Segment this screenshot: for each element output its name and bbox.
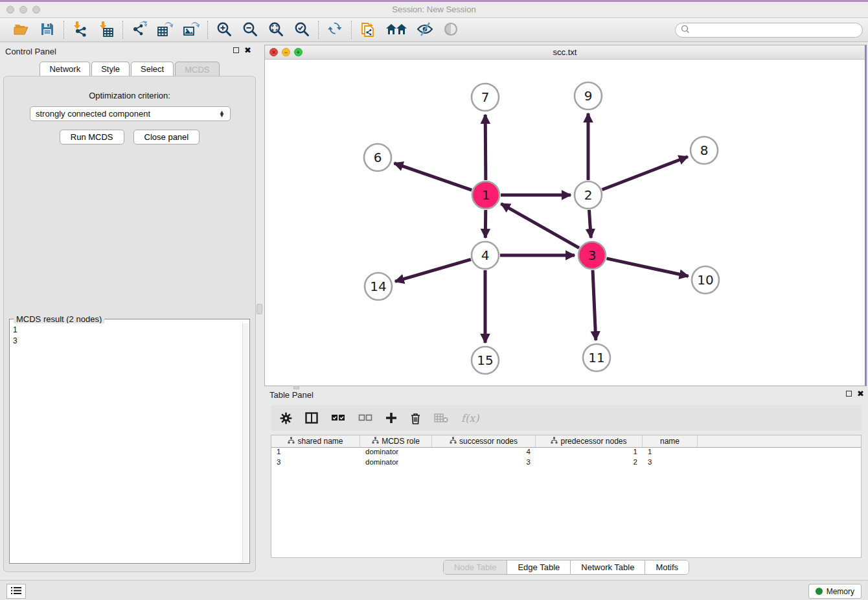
- session-title: Session: New Session: [0, 5, 868, 14]
- export-image-button[interactable]: [183, 21, 200, 38]
- node-8[interactable]: 8: [691, 137, 718, 164]
- cell-shared-name[interactable]: 1: [271, 448, 360, 458]
- zoom-selected-icon: [294, 21, 310, 39]
- cell-successor-nodes[interactable]: 3: [432, 458, 536, 468]
- delete-table-icon[interactable]: [434, 410, 448, 426]
- node-15[interactable]: 15: [472, 347, 499, 374]
- criterion-select[interactable]: strongly connected component ▲▼: [30, 106, 231, 121]
- column-hierarchy-icon: [450, 437, 457, 446]
- node-2[interactable]: 2: [575, 181, 602, 209]
- svg-text:4: 4: [481, 248, 490, 263]
- node-10[interactable]: 10: [692, 266, 719, 294]
- column-hierarchy-icon: [372, 437, 379, 446]
- close-panel-icon[interactable]: ✖: [244, 47, 251, 53]
- cell-name[interactable]: 3: [643, 458, 698, 468]
- close-panel-button[interactable]: Close panel: [133, 130, 200, 144]
- import-table-button[interactable]: [98, 21, 115, 38]
- add-column-icon[interactable]: [385, 410, 397, 426]
- mcds-scrollbar[interactable]: [242, 323, 249, 562]
- zoom-selected-button[interactable]: [293, 21, 310, 38]
- eye-disabled-button[interactable]: [442, 21, 459, 38]
- column-header-predecessor-nodes[interactable]: predecessor nodes: [536, 435, 643, 447]
- table-row[interactable]: 3dominator323: [271, 458, 861, 468]
- edge-2-3[interactable]: [589, 210, 591, 238]
- float-panel-icon[interactable]: [233, 47, 239, 53]
- clone-network-button[interactable]: [360, 21, 376, 38]
- save-session-button[interactable]: [39, 21, 56, 38]
- search-field[interactable]: [675, 23, 863, 38]
- run-mcds-button[interactable]: Run MCDS: [60, 130, 124, 144]
- zoom-fit-button[interactable]: [268, 21, 284, 38]
- zoom-in-button[interactable]: [216, 21, 233, 38]
- close-table-panel-icon[interactable]: ✖: [857, 391, 864, 397]
- cell-MCDS-role[interactable]: dominator: [360, 458, 432, 468]
- column-header-MCDS-role[interactable]: MCDS role: [360, 435, 432, 447]
- import-network-button[interactable]: [72, 21, 89, 38]
- cell-shared-name[interactable]: 3: [271, 458, 360, 468]
- cell-predecessor-nodes[interactable]: 1: [536, 448, 643, 458]
- node-4[interactable]: 4: [472, 242, 499, 269]
- svg-text:11: 11: [588, 350, 604, 365]
- edge-3-11[interactable]: [593, 270, 596, 340]
- gear-icon[interactable]: [280, 410, 292, 426]
- node-9[interactable]: 9: [575, 82, 602, 110]
- network-canvas[interactable]: 7968124314101511: [265, 60, 865, 386]
- node-6[interactable]: 6: [364, 144, 391, 171]
- export-table-button[interactable]: [157, 21, 174, 38]
- cell-successor-nodes[interactable]: 4: [432, 448, 536, 458]
- column-header-name[interactable]: name: [643, 435, 698, 447]
- home-networks-button[interactable]: [385, 21, 407, 38]
- zoom-out-button[interactable]: [242, 21, 258, 38]
- task-history-button[interactable]: [6, 584, 26, 599]
- refresh-layout-button[interactable]: [326, 21, 343, 38]
- panel-splitter-handle[interactable]: [257, 304, 262, 314]
- svg-text:6: 6: [374, 150, 382, 165]
- edge-2-8[interactable]: [602, 157, 687, 190]
- function-builder-icon[interactable]: f(x): [461, 412, 479, 424]
- svg-text:2: 2: [584, 187, 593, 203]
- svg-text:7: 7: [481, 89, 490, 105]
- node-14[interactable]: 14: [365, 273, 392, 300]
- node-table[interactable]: shared nameMCDS rolesuccessor nodesprede…: [271, 435, 862, 558]
- network-titlebar[interactable]: ✕ − + scc.txt: [265, 45, 865, 60]
- columns-icon[interactable]: [305, 410, 318, 426]
- export-network-button[interactable]: [131, 21, 148, 38]
- tab-motifs[interactable]: Motifs: [645, 560, 689, 574]
- table-row[interactable]: 1dominator411: [271, 448, 861, 458]
- edge-3-1[interactable]: [501, 203, 579, 248]
- deselect-all-icon[interactable]: [358, 410, 372, 426]
- open-file-button[interactable]: [13, 21, 30, 38]
- network-graph[interactable]: 7968124314101511: [265, 60, 865, 386]
- mcds-result-list[interactable]: 13: [10, 323, 242, 562]
- tab-node-table[interactable]: Node Table: [444, 560, 508, 574]
- node-3[interactable]: 3: [578, 242, 606, 269]
- node-11[interactable]: 11: [583, 344, 610, 371]
- optimization-criterion-label: Optimization criterion:: [4, 91, 255, 100]
- cell-MCDS-role[interactable]: dominator: [360, 448, 432, 458]
- tab-edge-table[interactable]: Edge Table: [507, 560, 571, 574]
- export-network-icon: [131, 21, 148, 40]
- tab-network-table[interactable]: Network Table: [571, 560, 645, 574]
- node-7[interactable]: 7: [472, 84, 499, 111]
- edge-1-6[interactable]: [394, 163, 472, 190]
- column-header-shared-name[interactable]: shared name: [271, 435, 360, 447]
- cell-name[interactable]: 1: [643, 448, 698, 458]
- zoom-fit-icon: [268, 21, 284, 39]
- memory-button[interactable]: Memory: [808, 584, 862, 599]
- home-networks-icon: [386, 22, 407, 38]
- memory-label: Memory: [827, 587, 854, 596]
- main-titlebar: Session: New Session: [0, 2, 868, 18]
- column-header-successor-nodes[interactable]: successor nodes: [432, 435, 536, 447]
- float-table-panel-icon[interactable]: [846, 391, 852, 397]
- column-hierarchy-icon: [551, 437, 558, 446]
- select-all-icon[interactable]: [331, 410, 345, 426]
- edge-3-10[interactable]: [606, 259, 688, 276]
- edge-4-14[interactable]: [395, 259, 471, 281]
- cell-predecessor-nodes[interactable]: 2: [536, 458, 643, 468]
- search-input[interactable]: [693, 25, 857, 34]
- delete-icon[interactable]: [410, 410, 421, 426]
- table-toolbar: f(x): [271, 405, 862, 431]
- style-eye-button[interactable]: [417, 21, 433, 38]
- node-1[interactable]: 1: [472, 181, 499, 209]
- edge-1-7[interactable]: [485, 115, 486, 180]
